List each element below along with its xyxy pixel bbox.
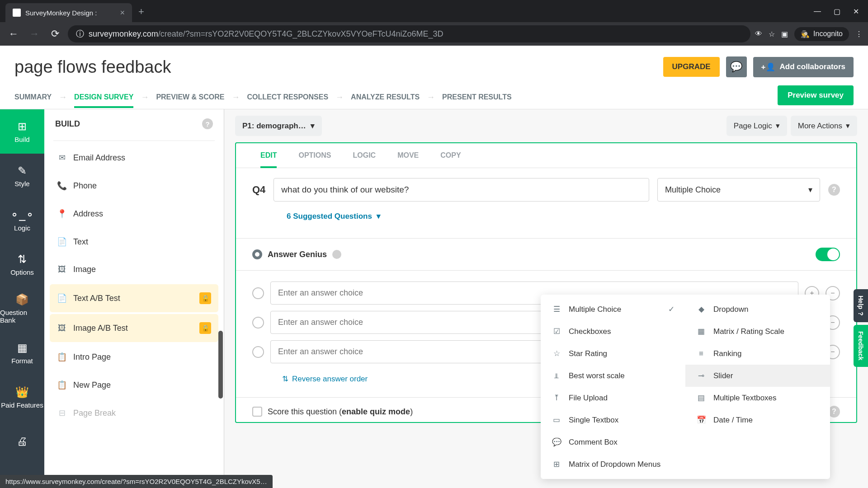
maximize-icon[interactable]: ▢ bbox=[834, 7, 840, 16]
reload-button[interactable]: ⟳ bbox=[47, 26, 63, 42]
upload-icon: ⤒ bbox=[552, 393, 561, 403]
help-side-tab[interactable]: Help? bbox=[854, 289, 868, 322]
qtype-dropdown[interactable]: ◆Dropdown bbox=[685, 298, 830, 320]
qtab-copy[interactable]: COPY bbox=[429, 143, 472, 168]
close-tab-icon[interactable]: × bbox=[120, 8, 125, 18]
crown-icon: 👑 bbox=[15, 386, 29, 399]
qtype-ranking[interactable]: ≡Ranking bbox=[685, 343, 830, 365]
email-icon: ✉ bbox=[57, 153, 67, 163]
qtype-star-rating[interactable]: ☆Star Rating bbox=[541, 343, 685, 365]
slider-icon: ⊸ bbox=[696, 371, 706, 380]
rail-question-bank[interactable]: 📦Question Bank bbox=[0, 286, 44, 331]
forward-button: → bbox=[26, 26, 42, 42]
left-rail: ⊞Build ✎Style ⚬⎯⚬Logic ⇅Options 📦Questio… bbox=[0, 109, 44, 488]
qtype-matrix[interactable]: ▦Matrix / Rating Scale bbox=[685, 320, 830, 343]
feedback-side-tab[interactable]: Feedback bbox=[854, 325, 868, 367]
rail-print[interactable]: 🖨 bbox=[0, 419, 44, 464]
calendar-icon: 📅 bbox=[696, 415, 706, 425]
answer-genius-radio[interactable] bbox=[252, 249, 262, 259]
qtype-single-textbox[interactable]: ▭Single Textbox bbox=[541, 409, 685, 431]
address-bar[interactable]: ⓘ surveymonkey.com/create/?sm=rsYO2R2V0E… bbox=[68, 25, 750, 42]
close-window-icon[interactable]: ✕ bbox=[853, 7, 859, 16]
tab-present-results[interactable]: PRESENT RESULTS bbox=[442, 87, 512, 108]
upgrade-button[interactable]: UPGRADE bbox=[663, 57, 720, 77]
qtype-date-time[interactable]: 📅Date / Time bbox=[685, 409, 830, 431]
page-selector[interactable]: P1: demograph… ▾ bbox=[235, 116, 322, 136]
suggested-questions-link[interactable]: 6 Suggested Questions ▾ bbox=[252, 209, 840, 228]
qtype-multi-textbox[interactable]: ▤Multiple Textboxes bbox=[685, 387, 830, 409]
panel-icon[interactable]: ▣ bbox=[781, 30, 788, 38]
page-logic-button[interactable]: Page Logic▾ bbox=[726, 116, 787, 136]
qtype-matrix-dropdown[interactable]: ⊞Matrix of Dropdown Menus bbox=[541, 453, 830, 475]
scrollbar-thumb[interactable] bbox=[218, 331, 223, 399]
minimize-icon[interactable]: — bbox=[814, 7, 821, 16]
build-item-intro-page[interactable]: 📋Intro Page bbox=[50, 344, 218, 370]
qtab-options[interactable]: OPTIONS bbox=[288, 143, 342, 168]
qtab-move[interactable]: MOVE bbox=[387, 143, 429, 168]
build-item-text-ab[interactable]: 📄Text A/B Test🔒 bbox=[50, 284, 218, 312]
help-icon[interactable] bbox=[332, 250, 341, 259]
logic-icon: ⚬⎯⚬ bbox=[10, 209, 34, 221]
question-text-input[interactable] bbox=[274, 178, 649, 202]
qtype-file-upload[interactable]: ⤒File Upload bbox=[541, 387, 685, 409]
question-type-select[interactable]: Multiple Choice ▾ bbox=[657, 178, 820, 202]
eye-off-icon[interactable]: 👁 bbox=[755, 30, 762, 38]
print-icon: 🖨 bbox=[17, 435, 28, 448]
site-info-icon[interactable]: ⓘ bbox=[76, 28, 84, 39]
tab-design-survey[interactable]: DESIGN SURVEY bbox=[74, 87, 133, 108]
build-item-email[interactable]: ✉Email Address bbox=[50, 145, 218, 171]
pin-icon: 📍 bbox=[57, 209, 67, 219]
tab-summary[interactable]: SUMMARY bbox=[14, 87, 52, 108]
tab-preview-score[interactable]: PREVIEW & SCORE bbox=[156, 87, 224, 108]
nav-tabs: SUMMARY → DESIGN SURVEY → PREVIEW & SCOR… bbox=[0, 85, 868, 109]
browser-tab[interactable]: SurveyMonkey Design : × bbox=[5, 3, 132, 22]
new-tab-button[interactable]: + bbox=[132, 6, 151, 22]
textab-icon: 📄 bbox=[57, 293, 67, 303]
qtype-best-worst[interactable]: ⫫Best worst scale bbox=[541, 365, 685, 387]
comment-button[interactable]: 💬 bbox=[726, 56, 747, 77]
add-collaborators-button[interactable]: +👤 Add collaborators bbox=[753, 57, 854, 77]
rail-style[interactable]: ✎Style bbox=[0, 154, 44, 198]
build-item-image-ab[interactable]: 🖼Image A/B Test🔒 bbox=[50, 314, 218, 342]
box-icon: 📦 bbox=[15, 293, 29, 306]
tab-analyze-results[interactable]: ANALYZE RESULTS bbox=[351, 87, 420, 108]
qtype-multiple-choice[interactable]: ☰Multiple Choice✓ bbox=[541, 298, 685, 320]
rail-paid-features[interactable]: 👑Paid Features bbox=[0, 375, 44, 419]
text-icon: 📄 bbox=[57, 237, 67, 247]
build-item-page-break[interactable]: ⊟Page Break bbox=[50, 400, 218, 426]
more-actions-button[interactable]: More Actions▾ bbox=[791, 116, 857, 136]
help-icon[interactable]: ? bbox=[828, 184, 840, 196]
rail-options[interactable]: ⇅Options bbox=[0, 242, 44, 286]
menu-icon[interactable]: ⋮ bbox=[855, 30, 863, 38]
help-icon[interactable]: ? bbox=[202, 118, 213, 129]
answer-genius-toggle[interactable] bbox=[816, 248, 840, 261]
qtype-slider[interactable]: ⊸Slider bbox=[685, 365, 830, 387]
rail-logic[interactable]: ⚬⎯⚬Logic bbox=[0, 198, 44, 242]
bestworst-icon: ⫫ bbox=[552, 371, 561, 380]
qtab-edit[interactable]: EDIT bbox=[250, 143, 288, 168]
dropdown-icon: ◆ bbox=[696, 305, 706, 314]
bookmark-icon[interactable]: ☆ bbox=[769, 30, 775, 38]
window-controls: — ▢ ✕ bbox=[805, 7, 868, 22]
build-item-text[interactable]: 📄Text bbox=[50, 229, 218, 255]
newpage-icon: 📋 bbox=[57, 380, 67, 390]
phone-icon: 📞 bbox=[57, 181, 67, 191]
build-item-address[interactable]: 📍Address bbox=[50, 201, 218, 227]
build-item-phone[interactable]: 📞Phone bbox=[50, 173, 218, 199]
status-bar: https://www.surveymonkey.com/create/?sm=… bbox=[0, 475, 273, 488]
back-button[interactable]: ← bbox=[5, 26, 22, 42]
imageab-icon: 🖼 bbox=[57, 324, 67, 333]
build-item-new-page[interactable]: 📋New Page bbox=[50, 372, 218, 398]
chevron-down-icon: ▾ bbox=[311, 121, 315, 131]
incognito-badge[interactable]: 🕵 Incognito bbox=[794, 27, 849, 41]
qtype-checkboxes[interactable]: ☑Checkboxes bbox=[541, 320, 685, 343]
tab-collect-responses[interactable]: COLLECT RESPONSES bbox=[247, 87, 329, 108]
score-checkbox[interactable] bbox=[252, 407, 262, 417]
qtype-comment-box[interactable]: 💬Comment Box bbox=[541, 431, 685, 453]
rail-format[interactable]: ▦Format bbox=[0, 331, 44, 375]
browser-tab-strip: SurveyMonkey Design : × + — ▢ ✕ bbox=[0, 0, 868, 22]
preview-survey-button[interactable]: Preview survey bbox=[778, 85, 854, 105]
rail-build[interactable]: ⊞Build bbox=[0, 109, 44, 154]
qtab-logic[interactable]: LOGIC bbox=[342, 143, 387, 168]
build-item-image[interactable]: 🖼Image bbox=[50, 257, 218, 282]
